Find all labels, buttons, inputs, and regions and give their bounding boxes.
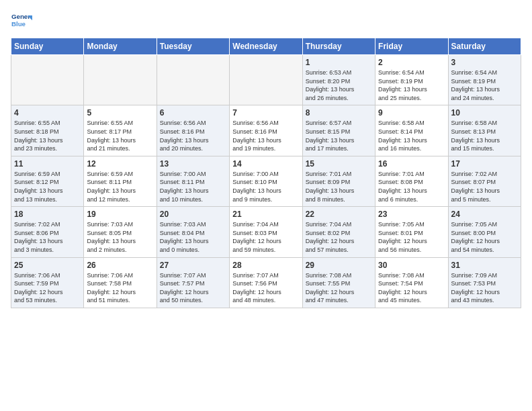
logo: General Blue: [11, 11, 35, 32]
calendar-week-3: 11Sunrise: 6:59 AM Sunset: 8:12 PM Dayli…: [11, 156, 521, 206]
page-header: General Blue: [11, 11, 521, 32]
calendar-cell: 12Sunrise: 6:59 AM Sunset: 8:11 PM Dayli…: [84, 156, 157, 206]
day-number: 16: [378, 159, 445, 169]
day-number: 23: [378, 210, 445, 219]
calendar-header-monday: Monday: [84, 38, 157, 55]
calendar-cell: [11, 55, 84, 105]
calendar-cell: 21Sunrise: 7:04 AM Sunset: 8:03 PM Dayli…: [230, 207, 302, 257]
calendar-header-friday: Friday: [375, 38, 448, 55]
day-data: Sunrise: 6:55 AM Sunset: 8:17 PM Dayligh…: [87, 119, 153, 152]
calendar-week-1: 1Sunrise: 6:53 AM Sunset: 8:20 PM Daylig…: [11, 55, 521, 105]
day-data: Sunrise: 6:59 AM Sunset: 8:11 PM Dayligh…: [87, 170, 153, 203]
calendar-cell: 10Sunrise: 6:58 AM Sunset: 8:13 PM Dayli…: [448, 105, 521, 156]
calendar-cell: 28Sunrise: 7:07 AM Sunset: 7:56 PM Dayli…: [230, 257, 302, 308]
calendar-week-4: 18Sunrise: 7:02 AM Sunset: 8:06 PM Dayli…: [11, 207, 521, 257]
day-data: Sunrise: 6:56 AM Sunset: 8:16 PM Dayligh…: [232, 119, 299, 152]
calendar-header-saturday: Saturday: [448, 38, 521, 55]
calendar-header-tuesday: Tuesday: [157, 38, 229, 55]
calendar-cell: 18Sunrise: 7:02 AM Sunset: 8:06 PM Dayli…: [11, 207, 84, 257]
day-data: Sunrise: 7:07 AM Sunset: 7:56 PM Dayligh…: [232, 271, 299, 305]
day-number: 2: [378, 58, 445, 67]
day-number: 24: [451, 210, 518, 219]
day-data: Sunrise: 6:54 AM Sunset: 8:19 PM Dayligh…: [451, 68, 518, 102]
calendar-week-5: 25Sunrise: 7:06 AM Sunset: 7:59 PM Dayli…: [11, 257, 521, 308]
day-number: 28: [232, 261, 299, 270]
day-data: Sunrise: 6:58 AM Sunset: 8:13 PM Dayligh…: [451, 119, 518, 152]
calendar-cell: [84, 55, 157, 105]
logo-icon: General Blue: [11, 11, 32, 32]
day-number: 1: [306, 58, 372, 67]
day-data: Sunrise: 7:01 AM Sunset: 8:09 PM Dayligh…: [306, 170, 372, 203]
day-number: 17: [451, 159, 518, 169]
calendar-cell: 7Sunrise: 6:56 AM Sunset: 8:16 PM Daylig…: [230, 105, 302, 156]
day-number: 22: [306, 210, 372, 219]
calendar-cell: 27Sunrise: 7:07 AM Sunset: 7:57 PM Dayli…: [157, 257, 229, 308]
calendar-cell: 20Sunrise: 7:03 AM Sunset: 8:04 PM Dayli…: [157, 207, 229, 257]
day-number: 15: [306, 159, 372, 169]
day-number: 18: [14, 210, 81, 219]
day-data: Sunrise: 7:09 AM Sunset: 7:53 PM Dayligh…: [451, 271, 518, 305]
day-number: 7: [232, 108, 299, 118]
calendar-table: SundayMondayTuesdayWednesdayThursdayFrid…: [11, 38, 521, 308]
calendar-header-sunday: Sunday: [11, 38, 84, 55]
calendar-cell: 29Sunrise: 7:08 AM Sunset: 7:55 PM Dayli…: [302, 257, 375, 308]
calendar-cell: 3Sunrise: 6:54 AM Sunset: 8:19 PM Daylig…: [448, 55, 521, 105]
day-number: 27: [160, 261, 226, 270]
day-number: 14: [232, 159, 299, 169]
calendar-cell: 24Sunrise: 7:05 AM Sunset: 8:00 PM Dayli…: [448, 207, 521, 257]
calendar-cell: 13Sunrise: 7:00 AM Sunset: 8:11 PM Dayli…: [157, 156, 229, 206]
day-data: Sunrise: 7:04 AM Sunset: 8:03 PM Dayligh…: [232, 220, 299, 254]
day-number: 3: [451, 58, 518, 67]
day-data: Sunrise: 7:07 AM Sunset: 7:57 PM Dayligh…: [160, 271, 226, 305]
day-data: Sunrise: 7:00 AM Sunset: 8:11 PM Dayligh…: [160, 170, 226, 203]
calendar-cell: 8Sunrise: 6:57 AM Sunset: 8:15 PM Daylig…: [302, 105, 375, 156]
day-data: Sunrise: 7:04 AM Sunset: 8:02 PM Dayligh…: [306, 220, 372, 254]
day-number: 30: [378, 261, 445, 270]
calendar-cell: 25Sunrise: 7:06 AM Sunset: 7:59 PM Dayli…: [11, 257, 84, 308]
day-number: 26: [87, 261, 153, 270]
day-number: 20: [160, 210, 226, 219]
calendar-cell: 2Sunrise: 6:54 AM Sunset: 8:19 PM Daylig…: [375, 55, 448, 105]
day-number: 13: [160, 159, 226, 169]
day-data: Sunrise: 6:57 AM Sunset: 8:15 PM Dayligh…: [306, 119, 372, 152]
calendar-cell: 1Sunrise: 6:53 AM Sunset: 8:20 PM Daylig…: [302, 55, 375, 105]
day-data: Sunrise: 7:03 AM Sunset: 8:05 PM Dayligh…: [87, 220, 153, 254]
day-data: Sunrise: 7:00 AM Sunset: 8:10 PM Dayligh…: [232, 170, 299, 203]
day-data: Sunrise: 7:01 AM Sunset: 8:08 PM Dayligh…: [378, 170, 445, 203]
day-data: Sunrise: 7:08 AM Sunset: 7:54 PM Dayligh…: [378, 271, 445, 305]
calendar-cell: 4Sunrise: 6:55 AM Sunset: 8:18 PM Daylig…: [11, 105, 84, 156]
calendar-cell: 30Sunrise: 7:08 AM Sunset: 7:54 PM Dayli…: [375, 257, 448, 308]
calendar-cell: 19Sunrise: 7:03 AM Sunset: 8:05 PM Dayli…: [84, 207, 157, 257]
day-number: 11: [14, 159, 81, 169]
day-number: 6: [160, 108, 226, 118]
svg-text:Blue: Blue: [11, 20, 26, 28]
calendar-cell: 22Sunrise: 7:04 AM Sunset: 8:02 PM Dayli…: [302, 207, 375, 257]
calendar-cell: 16Sunrise: 7:01 AM Sunset: 8:08 PM Dayli…: [375, 156, 448, 206]
day-data: Sunrise: 7:03 AM Sunset: 8:04 PM Dayligh…: [160, 220, 226, 254]
day-data: Sunrise: 7:05 AM Sunset: 8:00 PM Dayligh…: [451, 220, 518, 254]
calendar-header-thursday: Thursday: [302, 38, 375, 55]
day-number: 25: [14, 261, 81, 270]
calendar-cell: [157, 55, 229, 105]
day-data: Sunrise: 6:58 AM Sunset: 8:14 PM Dayligh…: [378, 119, 445, 152]
day-data: Sunrise: 7:08 AM Sunset: 7:55 PM Dayligh…: [306, 271, 372, 305]
day-data: Sunrise: 6:56 AM Sunset: 8:16 PM Dayligh…: [160, 119, 226, 152]
day-data: Sunrise: 7:06 AM Sunset: 7:59 PM Dayligh…: [14, 271, 81, 305]
calendar-cell: 17Sunrise: 7:02 AM Sunset: 8:07 PM Dayli…: [448, 156, 521, 206]
calendar-cell: 9Sunrise: 6:58 AM Sunset: 8:14 PM Daylig…: [375, 105, 448, 156]
day-data: Sunrise: 6:59 AM Sunset: 8:12 PM Dayligh…: [14, 170, 81, 203]
day-number: 19: [87, 210, 153, 219]
day-number: 29: [306, 261, 372, 270]
day-data: Sunrise: 6:53 AM Sunset: 8:20 PM Dayligh…: [306, 68, 372, 102]
day-number: 8: [306, 108, 372, 118]
day-number: 10: [451, 108, 518, 118]
day-number: 4: [14, 108, 81, 118]
calendar-cell: 5Sunrise: 6:55 AM Sunset: 8:17 PM Daylig…: [84, 105, 157, 156]
calendar-header-row: SundayMondayTuesdayWednesdayThursdayFrid…: [11, 38, 521, 55]
day-number: 31: [451, 261, 518, 270]
calendar-cell: 15Sunrise: 7:01 AM Sunset: 8:09 PM Dayli…: [302, 156, 375, 206]
calendar-cell: 11Sunrise: 6:59 AM Sunset: 8:12 PM Dayli…: [11, 156, 84, 206]
day-number: 12: [87, 159, 153, 169]
calendar-cell: 31Sunrise: 7:09 AM Sunset: 7:53 PM Dayli…: [448, 257, 521, 308]
day-number: 21: [232, 210, 299, 219]
